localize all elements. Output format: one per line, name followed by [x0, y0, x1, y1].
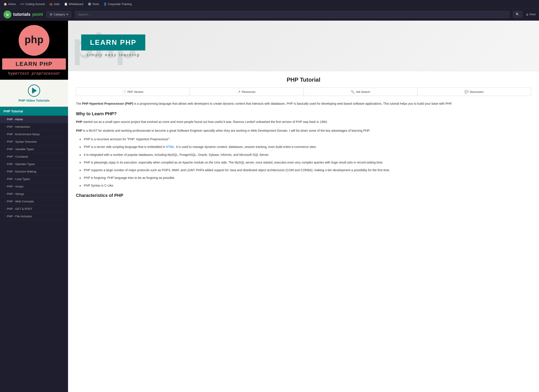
home-icon: 🏠: [4, 2, 7, 6]
category-button[interactable]: ⊞ Category ▾: [47, 11, 71, 18]
logo-icon: tp: [4, 10, 11, 19]
nav-coding-ground[interactable]: </> Coding Ground: [20, 2, 45, 6]
sidebar-item-4[interactable]: ▪PHP - Variable Types: [0, 145, 68, 153]
nav-coding-label: Coding Ground: [25, 2, 44, 6]
sidebar-item-9[interactable]: ▪PHP - Arrays: [0, 183, 68, 190]
main-content: php LEARN PHP simply easy learning PHP T…: [68, 21, 539, 392]
bullet-item-4: PHP supports a large number of major pro…: [79, 168, 531, 173]
bullet-item-5: PHP is forgiving: PHP language tries to …: [79, 175, 531, 180]
bullet-icon: ▪: [5, 178, 6, 180]
bullet-icon: ▪: [5, 170, 6, 173]
hero-learn-php: LEARN PHP: [81, 34, 145, 50]
bullet-item-2: It is integrated with a number of popula…: [79, 152, 531, 157]
bullet-item-6: PHP Syntax is C-Like.: [79, 183, 531, 188]
php-logo-circle: php: [19, 25, 49, 56]
bullet-icon: ▪: [5, 163, 6, 165]
why-para1: PHP started out as a small open source p…: [76, 119, 531, 125]
sidebar-item-13[interactable]: ▪PHP - File Inclusion: [0, 213, 68, 220]
sidebar-item-12[interactable]: ▪PHP - GET & POST: [0, 205, 68, 213]
bullet-icon: ▪: [5, 215, 6, 218]
action-btn-0[interactable]: 📄PDF Version: [76, 88, 190, 96]
content-body: PHP Tutorial 📄PDF Version↗Resources🔍Job …: [68, 71, 539, 206]
sidebar-item-5[interactable]: ▪PHP - Constants: [0, 153, 68, 160]
bullet-icon: ▪: [5, 118, 6, 121]
corporate-icon: 👤: [103, 2, 107, 6]
nav-home-label: Home: [8, 2, 16, 6]
bullet-item-3: PHP is pleasingly zippy in its execution…: [79, 160, 531, 165]
btn-icon-1: ↗: [238, 90, 241, 93]
nav-tools[interactable]: ⚙️ Tools: [88, 2, 99, 6]
print-label: Print: [529, 13, 535, 16]
nav-home[interactable]: 🏠 Home: [4, 2, 16, 6]
nav-tools-label: Tools: [92, 2, 99, 6]
sidebar: php LEARN PHP hypertext preprocessor PHP…: [0, 21, 68, 392]
nav-whiteboard[interactable]: 📋 Whiteboard: [64, 2, 83, 6]
btn-icon-0: 📄: [122, 90, 126, 93]
nav-corporate-training[interactable]: 👤 Corporate Training: [103, 2, 132, 6]
video-tutorials-banner[interactable]: PHP Video Tutorials: [0, 80, 68, 107]
bullet-icon: ▪: [5, 200, 6, 203]
sidebar-item-2[interactable]: ▪PHP - Environment Setup: [0, 131, 68, 138]
sidebar-item-11[interactable]: ▪PHP - Web Concepts: [0, 198, 68, 205]
bullet-item-1: PHP is a server side scripting language …: [79, 145, 531, 150]
video-label: PHP Video Tutorials: [19, 99, 50, 102]
play-triangle-icon: [32, 87, 37, 94]
nav-corporate-label: Corporate Training: [108, 2, 132, 6]
sidebar-item-10[interactable]: ▪PHP - Strings: [0, 190, 68, 198]
sidebar-item-3[interactable]: ▪PHP - Syntax Overview: [0, 138, 68, 145]
nav-jobs-label: Jobs: [54, 2, 60, 6]
why-heading: Why to Learn PHP?: [76, 111, 531, 116]
jobs-icon: 💼: [49, 2, 53, 6]
why-para2: PHP is a MUST for students and working p…: [76, 128, 531, 133]
print-button[interactable]: 🖨 Print: [526, 13, 535, 16]
bullets-list: PHP is a recursive acronym for "PHP: Hyp…: [79, 137, 531, 188]
hero-right-content: LEARN PHP simply easy learning: [81, 34, 145, 57]
grid-icon: ⊞: [50, 13, 52, 16]
hero-banner: php LEARN PHP simply easy learning: [68, 21, 539, 71]
sidebar-item-7[interactable]: ▪PHP - Decision Making: [0, 168, 68, 175]
coding-icon: </>: [20, 2, 24, 6]
sidebar-menu: ▪PHP - Home▪PHP - Introduction▪PHP - Env…: [0, 116, 68, 220]
bullet-icon: ▪: [5, 133, 6, 136]
logo[interactable]: tp tutorialspoint: [4, 10, 43, 19]
sidebar-banner: php LEARN PHP hypertext preprocessor: [0, 21, 68, 80]
category-label: Category: [53, 13, 65, 16]
html-link[interactable]: HTML: [166, 145, 174, 149]
print-icon: 🖨: [526, 13, 529, 16]
action-btn-2[interactable]: 🔍Job Search: [304, 88, 417, 96]
top-navigation: 🏠 Home </> Coding Ground 💼 Jobs 📋 Whiteb…: [0, 0, 539, 8]
sidebar-item-6[interactable]: ▪PHP - Operator Types: [0, 160, 68, 168]
php-circle-text: php: [24, 34, 43, 46]
intro-paragraph: The PHP Hypertext Preprocessor (PHP) is …: [76, 101, 531, 106]
sidebar-banner-subtitle: hypertext preprocessor: [2, 70, 66, 77]
bullet-icon: ▪: [5, 140, 6, 143]
action-btn-1[interactable]: ↗Resources: [190, 88, 303, 96]
nav-jobs[interactable]: 💼 Jobs: [49, 2, 60, 6]
action-btn-3[interactable]: 💬Discussion: [417, 88, 531, 96]
tools-icon: ⚙️: [88, 2, 91, 6]
header: tp tutorialspoint ⊞ Category ▾ 🔍 🖨 Print: [0, 8, 539, 21]
logo-tutorials: tutorials: [13, 12, 30, 17]
sidebar-item-1[interactable]: ▪PHP - Introduction: [0, 123, 68, 131]
main-layout: php LEARN PHP hypertext preprocessor PHP…: [0, 21, 539, 392]
action-buttons-bar: 📄PDF Version↗Resources🔍Job Search💬Discus…: [76, 87, 531, 96]
play-button[interactable]: [28, 84, 40, 97]
bullet-icon: ▪: [5, 148, 6, 150]
sidebar-tutorial-title: PHP Tutorial: [0, 107, 68, 116]
search-input[interactable]: [75, 11, 510, 18]
btn-icon-3: 💬: [465, 90, 468, 93]
bullet-item-0: PHP is a recursive acronym for "PHP: Hyp…: [79, 137, 531, 142]
page-title: PHP Tutorial: [76, 76, 531, 83]
bullet-icon: ▪: [5, 193, 6, 195]
search-button[interactable]: 🔍: [513, 11, 522, 18]
sidebar-item-8[interactable]: ▪PHP - Loop Types: [0, 175, 68, 183]
bullet-icon: ▪: [5, 155, 6, 158]
logo-point: point: [32, 12, 43, 17]
btn-icon-2: 🔍: [351, 90, 354, 93]
bullet-icon: ▪: [5, 185, 6, 188]
sidebar-item-0[interactable]: ▪PHP - Home: [0, 116, 68, 123]
characteristics-heading: Characteristics of PHP: [76, 193, 531, 198]
hero-subtitle: simply easy learning: [81, 53, 145, 57]
search-icon: 🔍: [516, 13, 520, 16]
bullet-icon: ▪: [5, 126, 6, 128]
